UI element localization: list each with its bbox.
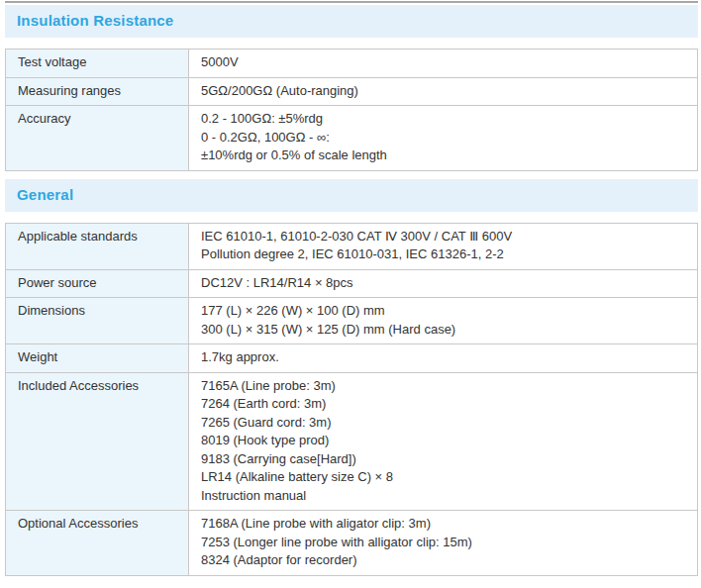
spec-row-accuracy: Accuracy0.2 - 100GΩ: ±5%rdg0 - 0.2GΩ, 10…: [6, 106, 698, 171]
spec-value: 7168A (Line probe with aligator clip: 3m…: [189, 511, 698, 576]
spec-value-line: 8324 (Adaptor for recorder): [201, 551, 685, 570]
spec-value-line: 1.7kg approx.: [201, 348, 685, 367]
top-divider: [5, 1, 698, 3]
spec-label: Accuracy: [6, 106, 189, 171]
spec-label: Included Accessories: [6, 372, 189, 511]
section-header-insulation-resistance: Insulation Resistance: [5, 5, 698, 38]
spec-value-line: ±10%rdg or 0.5% of scale length: [201, 147, 685, 165]
spec-row-test-voltage: Test voltage5000V: [6, 49, 698, 78]
spec-row-measuring-ranges: Measuring ranges5GΩ/200GΩ (Auto-ranging): [6, 77, 698, 106]
spec-value-line: 0 - 0.2GΩ, 100GΩ - ∞:: [201, 129, 685, 147]
spec-value-line: 0.2 - 100GΩ: ±5%rdg: [201, 110, 685, 129]
spec-value-line: 7265 (Guard cord: 3m): [201, 414, 685, 433]
spec-sections: Insulation ResistanceTest voltage5000VMe…: [5, 5, 698, 576]
spec-value-line: Instruction manual: [201, 487, 685, 506]
spec-value-line: 300 (L) × 315 (W) × 125 (D) mm (Hard cas…: [201, 321, 685, 340]
spec-value: 5000V: [189, 49, 698, 78]
spec-label: Applicable standards: [6, 223, 189, 269]
spec-value-line: 8019 (Hook type prod): [201, 432, 685, 450]
spec-label: Measuring ranges: [6, 77, 189, 106]
spec-table-general: Applicable standardsIEC 61010-1, 61010-2…: [5, 223, 698, 576]
spec-row-power-source: Power sourceDC12V : LR14/R14 × 8pcs: [6, 269, 698, 298]
section-header-general: General: [5, 179, 698, 212]
spec-label: Test voltage: [6, 49, 189, 78]
spec-row-included-accessories: Included Accessories7165A (Line probe: 3…: [6, 372, 698, 511]
spec-label: Optional Accessories: [6, 511, 189, 576]
spec-row-applicable-standards: Applicable standardsIEC 61010-1, 61010-2…: [6, 223, 698, 269]
spec-page: Insulation ResistanceTest voltage5000VMe…: [0, 0, 701, 576]
spec-value-line: 7253 (Longer line probe with alligator c…: [201, 534, 685, 552]
spec-value-line: 7165A (Line probe: 3m): [201, 377, 685, 396]
spec-value: 177 (L) × 226 (W) × 100 (D) mm300 (L) × …: [189, 298, 698, 344]
spec-value: IEC 61010-1, 61010-2-030 CAT Ⅳ 300V / CA…: [189, 223, 698, 269]
spec-value-line: Pollution degree 2, IEC 61010-031, IEC 6…: [201, 245, 685, 264]
spec-label: Weight: [6, 344, 189, 373]
spec-table-insulation-resistance: Test voltage5000VMeasuring ranges5GΩ/200…: [5, 49, 698, 171]
spec-row-optional-accessories: Optional Accessories7168A (Line probe wi…: [6, 511, 698, 576]
spec-row-weight: Weight1.7kg approx.: [6, 344, 698, 373]
spec-value-line: IEC 61010-1, 61010-2-030 CAT Ⅳ 300V / CA…: [201, 228, 685, 246]
section-title: General: [17, 186, 73, 205]
spec-label: Power source: [6, 269, 189, 298]
spec-value-line: 177 (L) × 226 (W) × 100 (D) mm: [201, 302, 685, 321]
spec-value: DC12V : LR14/R14 × 8pcs: [189, 269, 698, 298]
spec-value-line: DC12V : LR14/R14 × 8pcs: [201, 274, 685, 293]
spec-value-line: 7168A (Line probe with aligator clip: 3m…: [201, 515, 685, 534]
spec-value-line: 7264 (Earth cord: 3m): [201, 395, 685, 414]
spec-value: 0.2 - 100GΩ: ±5%rdg0 - 0.2GΩ, 100GΩ - ∞:…: [189, 106, 698, 171]
spec-value-line: 5000V: [201, 53, 685, 72]
spec-value-line: 5GΩ/200GΩ (Auto-ranging): [201, 82, 685, 101]
spec-value-line: LR14 (Alkaline battery size C) × 8: [201, 468, 685, 487]
spec-label: Dimensions: [6, 298, 189, 344]
spec-value-line: 9183 (Carrying case[Hard]): [201, 450, 685, 469]
spec-value: 5GΩ/200GΩ (Auto-ranging): [189, 77, 698, 106]
section-title: Insulation Resistance: [17, 12, 173, 31]
spec-value: 1.7kg approx.: [189, 344, 698, 373]
spec-value: 7165A (Line probe: 3m)7264 (Earth cord: …: [189, 372, 698, 511]
spec-row-dimensions: Dimensions177 (L) × 226 (W) × 100 (D) mm…: [6, 298, 698, 344]
